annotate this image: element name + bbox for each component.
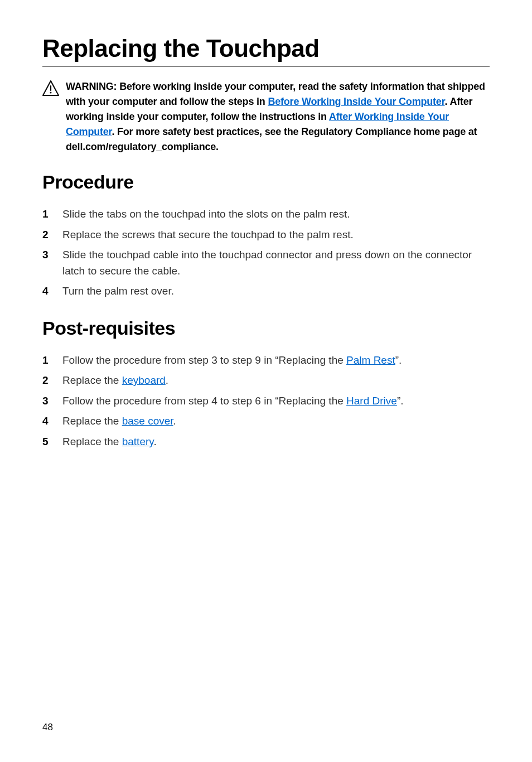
procedure-heading: Procedure [42, 171, 490, 193]
link-base-cover[interactable]: base cover [122, 415, 173, 427]
procedure-step: Replace the screws that secure the touch… [42, 227, 490, 243]
step-text-post: ”. [395, 354, 402, 366]
step-text-post: . [166, 374, 168, 386]
post-requisites-step: Follow the procedure from step 3 to step… [42, 353, 490, 369]
link-before-working[interactable]: Before Working Inside Your Computer [268, 96, 444, 107]
post-requisites-step: Follow the procedure from step 4 to step… [42, 393, 490, 409]
warning-text: WARNING: Before working inside your comp… [66, 79, 490, 155]
link-keyboard[interactable]: keyboard [122, 374, 166, 386]
link-battery[interactable]: battery [122, 436, 154, 447]
post-requisites-step: Replace the base cover. [42, 413, 490, 430]
svg-point-2 [50, 92, 52, 94]
step-text-post: . [153, 436, 156, 447]
warning-icon [42, 80, 59, 98]
step-text-pre: Replace the [62, 374, 122, 386]
procedure-step: Slide the tabs on the touchpad into the … [42, 206, 490, 223]
post-requisites-heading: Post-requisites [42, 317, 490, 339]
step-text-post: ”. [397, 395, 404, 407]
procedure-steps: Slide the tabs on the touchpad into the … [42, 206, 490, 300]
link-palm-rest[interactable]: Palm Rest [346, 354, 395, 366]
post-requisites-step: Replace the battery. [42, 434, 490, 450]
post-requisites-step: Replace the keyboard. [42, 373, 490, 389]
post-requisites-steps: Follow the procedure from step 3 to step… [42, 353, 490, 450]
step-text-pre: Replace the [62, 415, 122, 427]
page-title: Replacing the Touchpad [42, 35, 490, 67]
page-number: 48 [42, 722, 53, 733]
step-text-pre: Follow the procedure from step 3 to step… [62, 354, 346, 366]
step-text-post: . [173, 415, 176, 427]
procedure-step: Slide the touchpad cable into the touchp… [42, 247, 490, 279]
link-hard-drive[interactable]: Hard Drive [346, 395, 397, 407]
procedure-step: Turn the palm rest over. [42, 283, 490, 300]
step-text-pre: Replace the [62, 436, 122, 447]
step-text-pre: Follow the procedure from step 4 to step… [62, 395, 346, 407]
warning-block: WARNING: Before working inside your comp… [42, 79, 490, 155]
warning-part3: . For more safety best practices, see th… [66, 126, 477, 152]
